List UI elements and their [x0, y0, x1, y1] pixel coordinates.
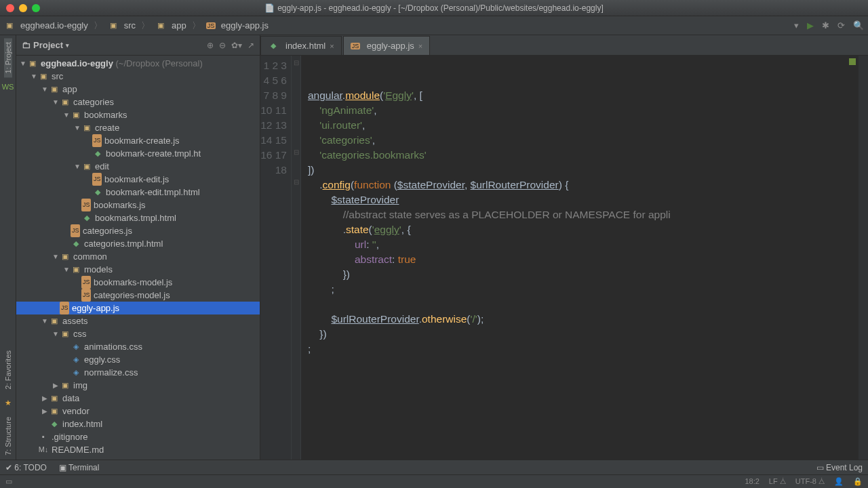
tree-file[interactable]: ◈eggly.css: [16, 353, 260, 366]
rail-project-tab[interactable]: 1: Project: [4, 38, 12, 77]
right-margin: [859, 56, 868, 460]
tree-folder[interactable]: ▼▣css: [16, 327, 260, 340]
tree-file[interactable]: ◆index.html: [16, 418, 260, 430]
star-icon: ★: [5, 399, 12, 407]
rail-structure-tab[interactable]: 7: Structure: [4, 413, 12, 460]
tree-file[interactable]: JScategories.js: [16, 224, 260, 237]
search-icon[interactable]: 🔍: [853, 20, 864, 30]
tree-file[interactable]: ◈normalize.css: [16, 366, 260, 379]
tree-file[interactable]: ▪.gitignore: [16, 430, 260, 443]
tree-file[interactable]: M↓README.md: [16, 443, 260, 456]
scroll-icon[interactable]: ⊖: [219, 41, 226, 50]
line-separator[interactable]: LF ⧊: [769, 477, 786, 486]
fold-column[interactable]: ⊟ ⊟⊟: [292, 56, 301, 460]
code-editor[interactable]: 1 2 3 4 5 6 7 8 9 10 11 12 13 14 15 16 1…: [260, 56, 868, 460]
breadcrumb-item[interactable]: ▣egghead.io-eggly: [4, 20, 88, 30]
tree-folder[interactable]: ▶▣data: [16, 392, 260, 405]
tree-folder[interactable]: ▶▣img: [16, 379, 260, 392]
tree-folder[interactable]: ▼▣edit: [16, 160, 260, 173]
tree-folder[interactable]: ▼▣models: [16, 263, 260, 276]
tree-file[interactable]: ◈animations.css: [16, 340, 260, 353]
inspector-icon[interactable]: 👤: [834, 477, 844, 486]
tree-folder[interactable]: ▼▣common: [16, 250, 260, 263]
breadcrumb-item[interactable]: ▣src: [108, 20, 136, 30]
tree-file[interactable]: ◆bookmark-create.tmpl.ht: [16, 147, 260, 160]
gear-icon[interactable]: ✿▾: [231, 41, 242, 50]
project-panel-title[interactable]: 🗀 Project ▾: [22, 40, 69, 50]
rail-favorites-tab[interactable]: 2: Favorites: [4, 346, 12, 393]
run-icon[interactable]: ▶: [807, 20, 814, 30]
close-icon[interactable]: ×: [330, 42, 334, 50]
tree-file[interactable]: ◆categories.tmpl.html: [16, 237, 260, 250]
tree-folder[interactable]: ▼▣assets: [16, 314, 260, 327]
terminal-tab[interactable]: ▣ Terminal: [59, 463, 99, 472]
tab-eggly-app-js[interactable]: JSeggly-app.js×: [343, 36, 431, 55]
tree-file[interactable]: JScategories-model.js: [16, 289, 260, 302]
tree-file[interactable]: JSbookmark-create.js: [16, 134, 260, 147]
tree-folder[interactable]: ▼▣bookmarks: [16, 108, 260, 121]
file-encoding[interactable]: UTF-8 ⧊: [795, 477, 825, 486]
todo-tab[interactable]: ✔ 6: TODO: [5, 463, 47, 472]
project-tree[interactable]: ▼▣egghead.io-eggly (~/Dropbox (Personal)…: [16, 56, 260, 460]
breadcrumb-item[interactable]: ▣app: [155, 20, 186, 30]
breadcrumb-item[interactable]: JSeggly-app.js: [206, 20, 269, 30]
tab-index-html[interactable]: ◆index.html×: [260, 36, 342, 55]
code-content[interactable]: angular.module('Eggly', [ 'ngAnimate', '…: [301, 56, 859, 460]
line-gutter: 1 2 3 4 5 6 7 8 9 10 11 12 13 14 15 16 1…: [260, 56, 292, 460]
tree-folder[interactable]: ▼▣categories: [16, 96, 260, 108]
tree-file[interactable]: JSbookmarks-model.js: [16, 276, 260, 289]
tree-file[interactable]: JSbookmarks.js: [16, 199, 260, 211]
editor-tabbar: ◆index.html× JSeggly-app.js×: [260, 35, 868, 56]
hide-icon[interactable]: ↗: [248, 41, 254, 50]
tree-file[interactable]: JSbookmark-edit.js: [16, 173, 260, 186]
event-log-tab[interactable]: ▭ Event Log: [816, 463, 863, 472]
tree-file-selected[interactable]: JSeggly-app.js: [16, 302, 260, 314]
project-panel: 🗀 Project ▾ ⊕ ⊖ ✿▾ ↗ ▼▣egghead.io-eggly …: [16, 35, 260, 460]
close-icon[interactable]: ×: [418, 42, 422, 50]
editor-area: ◆index.html× JSeggly-app.js× 1 2 3 4 5 6…: [260, 35, 868, 460]
tree-folder[interactable]: ▼▣create: [16, 121, 260, 134]
cursor-position: 18:2: [745, 477, 759, 486]
tree-folder[interactable]: ▼▣src: [16, 70, 260, 83]
config-dropdown[interactable]: ▾: [794, 20, 799, 30]
tree-folder[interactable]: ▶▣vendor: [16, 405, 260, 418]
debug-icon[interactable]: ✱: [822, 20, 829, 30]
tree-root[interactable]: ▼▣egghead.io-eggly (~/Dropbox (Personal): [16, 57, 260, 70]
bottom-toolbar: ✔ 6: TODO ▣ Terminal ▭ Event Log: [0, 460, 868, 474]
lock-icon[interactable]: 🔒: [853, 477, 863, 486]
tree-file[interactable]: ◆bookmark-edit.tmpl.html: [16, 186, 260, 199]
collapse-icon[interactable]: ⊕: [207, 41, 214, 50]
left-tool-rail: 1: Project WS 2: Favorites ★ 7: Structur…: [0, 35, 16, 460]
analysis-marker: [849, 58, 856, 65]
status-bar: ▭ 18:2 LF ⧊ UTF-8 ⧊ 👤 🔒: [0, 474, 868, 488]
tree-folder[interactable]: ▼▣app: [16, 83, 260, 96]
tree-file[interactable]: ◆bookmarks.tmpl.html: [16, 211, 260, 224]
coverage-icon[interactable]: ⟳: [837, 20, 845, 30]
status-hint-icon: ▭: [5, 477, 12, 486]
tree-external-libs[interactable]: ▶⬚External Libraries: [16, 456, 260, 460]
window-titlebar: 📄eggly-app.js - egghead.io-eggly - [~/Dr…: [0, 0, 868, 16]
webstorm-icon: WS: [2, 83, 14, 91]
window-title: 📄eggly-app.js - egghead.io-eggly - [~/Dr…: [0, 3, 868, 13]
breadcrumb: ▣egghead.io-eggly〉 ▣src〉 ▣app〉 JSeggly-a…: [0, 16, 868, 35]
